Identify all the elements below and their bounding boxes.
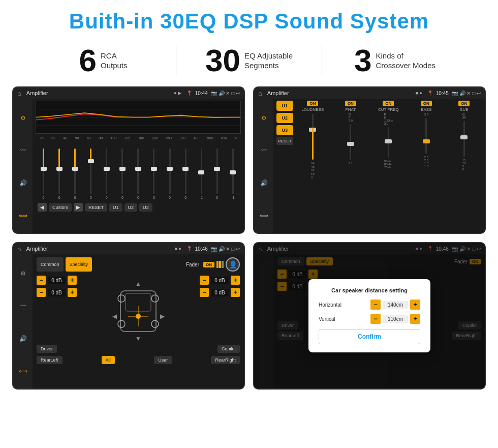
eq-slider-0[interactable]: 0 <box>40 148 48 199</box>
phat-on[interactable]: ON <box>345 101 356 106</box>
eq-reset-button[interactable]: RESET <box>85 203 107 212</box>
location-icon-1: 📍 <box>186 91 192 96</box>
svg-point-6 <box>151 295 159 302</box>
confirm-button[interactable]: Confirm <box>319 329 420 344</box>
pos-rearright[interactable]: RearRight <box>211 356 240 364</box>
eq-slider-7[interactable]: 0 <box>150 148 158 199</box>
eq-prev-button[interactable]: ◀ <box>38 203 47 212</box>
cutfreq-label: CUT FREQ <box>378 107 399 112</box>
eq-slider-9[interactable]: 0 <box>181 148 190 199</box>
db-minus-rr[interactable]: − <box>200 288 209 297</box>
db-control-rr: − 0 dB + <box>200 288 240 297</box>
fader-expand-icon[interactable]: ⟺ <box>19 368 27 375</box>
preset-u1[interactable]: U1 <box>276 101 293 111</box>
horizontal-plus-btn[interactable]: + <box>410 300 420 310</box>
eq-slider-6[interactable]: 0 <box>134 148 142 199</box>
eq-slider-11[interactable]: 0 <box>213 148 221 199</box>
channels-area: ON LOUDNESS 644832160 ON <box>295 101 482 179</box>
screen-crossover: ⌂ Amplifier ■ ● 📍 10:45 📷 🔊 ✕ □ ↩ ⚙ 〰 🔊 … <box>253 86 486 234</box>
eq-freq-labels: 25 32 40 50 63 80 100 125 160 200 250 32… <box>36 136 241 140</box>
db-plus-fl[interactable]: + <box>68 276 77 285</box>
eq-tune-icon[interactable]: ⚙ <box>17 112 28 124</box>
db-minus-fr[interactable]: − <box>200 276 209 285</box>
screen3-title: Amplifier <box>26 246 172 252</box>
dot-icon-1: ● ▶ <box>174 91 181 96</box>
pos-rearleft[interactable]: RearLeft <box>37 356 63 364</box>
pos-user[interactable]: User <box>154 356 172 364</box>
horizontal-minus-btn[interactable]: − <box>370 300 381 310</box>
channel-phat: ON PHAT GF 3.0 2.1 <box>333 101 368 179</box>
tab-specialty[interactable]: Specialty <box>66 257 92 272</box>
tab-common[interactable]: Common <box>37 257 64 272</box>
eq-play-button[interactable]: ▶ <box>74 203 83 212</box>
fader-profile-icon[interactable]: 👤 <box>226 257 240 272</box>
fader-controls-right: Fader ON 👤 <box>94 257 240 272</box>
dot-icon-3: ■ ● <box>174 246 181 251</box>
eq-slider-2[interactable]: 0 <box>71 148 79 199</box>
pos-driver[interactable]: Driver <box>37 345 57 353</box>
left-db-controls: − 0 dB + − 0 dB + <box>37 276 77 342</box>
fader-wave-icon[interactable]: 〰 <box>20 303 26 310</box>
fader-on-badge[interactable]: ON <box>203 262 214 267</box>
eq-slider-1[interactable]: 0 <box>55 148 64 199</box>
crossover-tune-icon[interactable]: ⚙ <box>261 114 267 122</box>
crossover-body: ⚙ 〰 🔊 ⟺ U1 U2 U3 RESET O <box>254 99 485 234</box>
crossover-expand-icon[interactable]: ⟺ <box>260 212 268 219</box>
stat-crossover-number: 3 <box>354 45 371 76</box>
loudness-on[interactable]: ON <box>307 101 318 106</box>
bass-on[interactable]: ON <box>421 101 432 106</box>
phat-slider[interactable] <box>350 124 351 160</box>
car-svg: ▲ ▼ ◀ ▶ <box>110 276 166 342</box>
eq-slider-12[interactable]: -1 <box>229 148 237 199</box>
pos-all[interactable]: All <box>102 356 115 364</box>
crossover-wave-icon[interactable]: 〰 <box>261 147 267 154</box>
eq-slider-10[interactable]: -1 <box>197 148 205 199</box>
cutfreq-on[interactable]: ON <box>383 101 394 106</box>
vertical-plus-btn[interactable]: + <box>410 314 420 324</box>
db-minus-rl[interactable]: − <box>37 288 46 297</box>
eq-expand-icon[interactable]: ⟺ <box>17 210 28 221</box>
dialog-vertical-label: Vertical <box>319 316 349 322</box>
status-icons-1: 📷 🔊 ✕ □ ↩ <box>211 91 240 96</box>
crossover-speaker-icon[interactable]: 🔊 <box>260 180 268 187</box>
sub-on[interactable]: ON <box>458 101 470 106</box>
eq-u2-button[interactable]: U2 <box>124 203 138 212</box>
cutfreq-slider[interactable] <box>388 127 389 158</box>
db-minus-fl[interactable]: − <box>37 276 46 285</box>
vertical-value: 110cm <box>383 315 408 323</box>
eq-u3-button[interactable]: U3 <box>139 203 152 212</box>
db-plus-rl[interactable]: + <box>68 288 77 297</box>
preset-u2[interactable]: U2 <box>276 113 293 123</box>
eq-speaker-icon[interactable]: 🔊 <box>17 177 28 189</box>
sub-slider[interactable] <box>463 121 465 157</box>
preset-u3[interactable]: U3 <box>276 125 293 135</box>
location-icon-2: 📍 <box>427 91 433 96</box>
fader-label: Fader <box>186 262 199 267</box>
db-control-fl: − 0 dB + <box>37 276 77 285</box>
eq-wave-icon[interactable]: 〰 <box>17 145 28 156</box>
eq-custom-button[interactable]: Custom <box>49 203 72 212</box>
svg-point-8 <box>151 320 159 327</box>
eq-graph <box>36 101 241 134</box>
svg-text:▼: ▼ <box>135 335 141 342</box>
eq-slider-3[interactable]: 5 <box>87 148 95 199</box>
eq-slider-5[interactable]: 0 <box>118 148 127 199</box>
eq-u1-button[interactable]: U1 <box>109 203 122 212</box>
eq-slider-4[interactable]: 0 <box>103 148 111 199</box>
pos-copilot[interactable]: Copilot <box>217 345 240 353</box>
phat-label: PHAT <box>346 107 356 112</box>
bass-slider[interactable] <box>425 118 427 154</box>
fader-speaker-icon[interactable]: 🔊 <box>19 335 27 342</box>
crossover-reset[interactable]: RESET <box>276 137 293 145</box>
db-value-fl: 0 dB <box>48 277 66 284</box>
dialog-horizontal-label: Horizontal <box>319 302 349 308</box>
vertical-minus-btn[interactable]: − <box>370 314 381 324</box>
fader-main: Common Specialty Fader ON 👤 <box>33 254 244 390</box>
preset-col: U1 U2 U3 RESET <box>276 101 293 179</box>
loudness-slider[interactable] <box>312 114 314 160</box>
db-plus-fr[interactable]: + <box>231 276 240 285</box>
db-plus-rr[interactable]: + <box>231 288 240 297</box>
car-diagram: ▲ ▼ ◀ ▶ <box>80 276 197 342</box>
eq-slider-8[interactable]: 0 <box>166 148 174 199</box>
fader-tune-icon[interactable]: ⚙ <box>20 270 26 277</box>
